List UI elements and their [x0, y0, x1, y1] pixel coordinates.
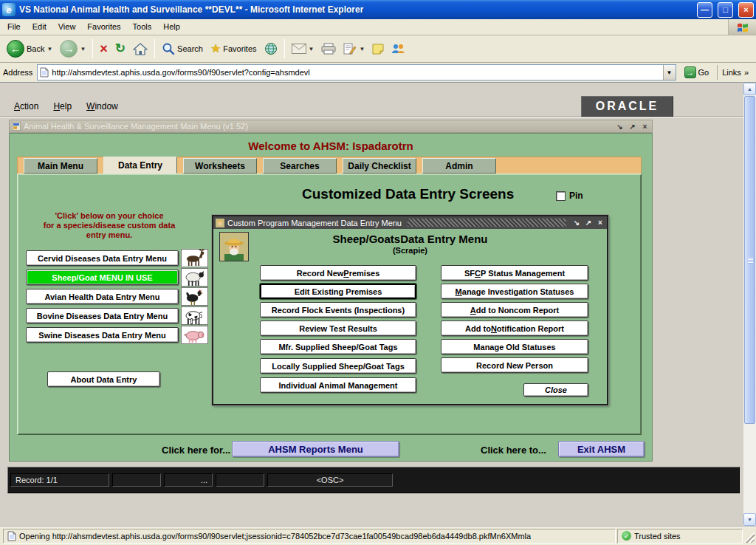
record-new-person-button[interactable]: Record New Person: [441, 357, 588, 373]
edit-button[interactable]: ▼: [340, 41, 368, 57]
status-loading-text: Opening http://ahsmdevtest.aphis.usda.go…: [19, 532, 531, 541]
mfr-supplied-tags-button[interactable]: Mfr. Supplied Sheep/Goat Tags: [260, 339, 416, 354]
dialog-maximize-icon[interactable]: ↗: [584, 219, 593, 227]
forms-menu-help[interactable]: Help: [47, 100, 78, 113]
address-dropdown-icon[interactable]: ▼: [663, 65, 676, 80]
manage-investigation-statuses-button[interactable]: Manage Investigation Statuses: [441, 284, 588, 299]
add-to-noncom-report-button[interactable]: Add to Noncom Report: [441, 302, 588, 318]
maximize-button[interactable]: □: [718, 2, 733, 18]
locally-supplied-tags-button[interactable]: Locally Supplied Sheep/Goat Tags: [260, 358, 416, 374]
go-button[interactable]: → Go: [681, 65, 713, 80]
record-flock-events-button[interactable]: Record Flock Events (Inspections): [260, 302, 416, 318]
links-button[interactable]: Links »: [717, 65, 753, 80]
links-chevron-icon: »: [744, 68, 749, 77]
cervid-menu-button[interactable]: Cervid Diseases Data Entry Menu: [26, 250, 179, 266]
record-indicator: Record: 1/1: [10, 473, 109, 487]
swine-menu-button[interactable]: Swine Diseases Data Entry Menu: [26, 327, 179, 343]
pin-checkbox[interactable]: [556, 191, 566, 201]
mdi-window-icon: [12, 122, 21, 131]
refresh-button[interactable]: ↻: [112, 40, 128, 58]
avian-menu-button[interactable]: Avian Health Data Entry Menu: [26, 289, 179, 304]
menu-view[interactable]: View: [52, 19, 82, 35]
messenger-button[interactable]: [388, 41, 408, 57]
sheep-icon: [181, 268, 208, 287]
mail-dropdown-icon[interactable]: ▼: [309, 46, 315, 52]
discuss-button[interactable]: [369, 41, 387, 57]
add-to-notification-report-button[interactable]: Add to Notification Report: [441, 321, 588, 336]
resize-grip[interactable]: [744, 529, 755, 543]
scroll-up-button[interactable]: ▲: [743, 83, 756, 95]
tab-data-entry[interactable]: Data Entry: [103, 157, 177, 174]
tab-searches[interactable]: Searches: [263, 158, 337, 174]
go-label: Go: [698, 68, 709, 77]
search-label: Search: [177, 44, 203, 53]
address-label: Address: [3, 68, 32, 77]
menubar-spacer: [186, 19, 728, 35]
osc-indicator: <OSC>: [267, 473, 393, 487]
favorites-button[interactable]: ★ Favorites: [207, 41, 260, 57]
tab-admin[interactable]: Admin: [422, 158, 496, 174]
back-label: Back: [27, 44, 44, 53]
forms-menu-window[interactable]: Window: [80, 100, 125, 113]
back-button[interactable]: ← Back ▼: [4, 38, 55, 60]
dialog-titlebar[interactable]: Custom Program Management Data Entry Men…: [213, 216, 607, 229]
rooster-icon: [181, 287, 208, 306]
mdi-maximize-icon[interactable]: ↗: [628, 123, 637, 131]
status-cell-empty-1: [112, 473, 161, 487]
individual-animal-management-button[interactable]: Individual Animal Management: [260, 377, 416, 393]
tab-daily-checklist[interactable]: Daily Checklist: [343, 158, 416, 174]
menu-favorites[interactable]: Favorites: [81, 19, 126, 35]
tab-main-menu[interactable]: Main Menu: [24, 158, 97, 174]
ahsm-reports-menu-button[interactable]: AHSM Reports Menu: [232, 441, 399, 457]
data-entry-tab-panel: Customized Data Entry Screens Pin 'Click…: [17, 174, 642, 435]
menu-file[interactable]: File: [1, 19, 27, 35]
scrollbar-thumb[interactable]: [744, 96, 755, 424]
manage-old-statuses-button[interactable]: Manage Old Statuses: [441, 339, 588, 354]
dialog-close-button[interactable]: Close: [523, 383, 588, 397]
review-test-results-button[interactable]: Review Test Results: [260, 321, 416, 336]
menu-help[interactable]: Help: [157, 19, 186, 35]
search-icon: [162, 42, 175, 55]
pin-control: Pin: [556, 191, 583, 201]
mdi-window-title: Animal Health & Surveillance Management …: [24, 122, 612, 131]
edit-icon: [343, 43, 357, 55]
about-data-entry-button[interactable]: About Data Entry: [47, 371, 160, 387]
instruction-text: 'Click' below on your choice for a speci…: [35, 211, 184, 240]
exit-ahsm-button[interactable]: Exit AHSM: [558, 441, 645, 457]
stop-button[interactable]: ×: [97, 40, 111, 58]
back-dropdown-icon[interactable]: ▼: [47, 46, 52, 52]
menu-tools[interactable]: Tools: [127, 19, 158, 35]
dialog-close-icon[interactable]: ×: [596, 219, 605, 227]
bovine-menu-button[interactable]: Bovine Diseases Data Entry Menu: [26, 308, 179, 323]
search-button[interactable]: Search: [159, 40, 206, 58]
dialog-restore-icon[interactable]: ↘: [572, 219, 581, 227]
home-button[interactable]: [130, 41, 151, 58]
print-button[interactable]: [318, 41, 339, 57]
record-new-premises-button[interactable]: Record New Premises: [260, 265, 416, 281]
mdi-close-icon[interactable]: ×: [640, 123, 650, 131]
edit-dropdown-icon[interactable]: ▼: [359, 46, 365, 52]
mdi-restore-icon[interactable]: ↘: [615, 123, 625, 131]
vertical-scrollbar[interactable]: ▲ ▼: [743, 83, 756, 526]
forms-status-bar: Record: 1/1 ... <OSC>: [7, 467, 740, 493]
forward-dropdown-icon[interactable]: ▼: [80, 46, 86, 52]
tab-worksheets[interactable]: Worksheets: [183, 158, 257, 174]
history-button[interactable]: [261, 40, 281, 58]
status-page-icon: [7, 531, 16, 541]
sfcp-status-management-button[interactable]: SFCP Status Management: [441, 265, 588, 281]
mdi-window-titlebar: Animal Health & Surveillance Management …: [9, 120, 653, 133]
edit-existing-premises-button[interactable]: Edit Existing Premises: [260, 284, 416, 299]
forms-menu-action[interactable]: Action: [7, 100, 45, 113]
sheep-goat-menu-button[interactable]: Sheep/Goat MENU IN USE: [26, 270, 179, 285]
windows-logo-icon: [728, 19, 756, 35]
reports-caption: Click here for...: [162, 445, 230, 456]
dialog-titlebar-pattern: [408, 219, 566, 227]
scroll-down-button[interactable]: ▼: [743, 513, 756, 526]
minimize-button[interactable]: —: [697, 2, 712, 18]
close-button[interactable]: ×: [738, 2, 754, 18]
address-input[interactable]: [52, 66, 659, 79]
history-globe-icon: [264, 42, 278, 55]
mail-button[interactable]: ▼: [289, 41, 317, 56]
forward-button[interactable]: → ▼: [57, 38, 89, 60]
menu-edit[interactable]: Edit: [27, 19, 52, 35]
